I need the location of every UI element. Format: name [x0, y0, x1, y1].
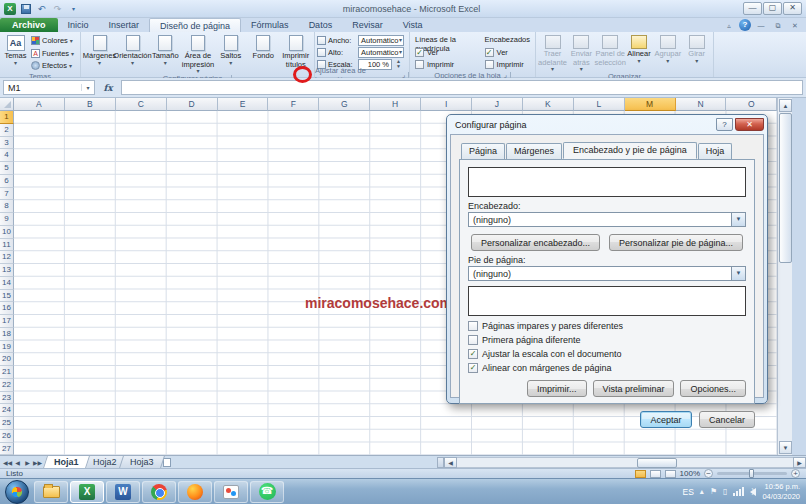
- taskbar-excel-button[interactable]: X: [70, 481, 104, 503]
- minimize-button[interactable]: —: [743, 2, 762, 15]
- column-header-k[interactable]: K: [523, 98, 574, 111]
- scroll-right-icon[interactable]: ▶: [793, 457, 806, 468]
- ribbon-button-margenes[interactable]: Márgenes▾: [83, 34, 116, 66]
- row-header-20[interactable]: 20: [0, 353, 14, 366]
- zoom-slider-thumb[interactable]: [749, 469, 754, 478]
- row-header-5[interactable]: 5: [0, 162, 14, 175]
- row-header-26[interactable]: 26: [0, 430, 14, 443]
- undo-button[interactable]: ↶: [35, 2, 48, 15]
- ribbon-tab-inicio[interactable]: Inicio: [58, 18, 99, 32]
- row-header-11[interactable]: 11: [0, 239, 14, 252]
- customize-qat-button[interactable]: ▾: [67, 2, 80, 15]
- print-button[interactable]: Imprimir...: [527, 380, 587, 397]
- row-header-25[interactable]: 25: [0, 417, 14, 430]
- network-icon[interactable]: [733, 487, 744, 496]
- row-header-12[interactable]: 12: [0, 251, 14, 264]
- start-button[interactable]: [5, 480, 29, 504]
- prev-sheet-icon[interactable]: ◀: [13, 459, 22, 466]
- ribbon-button-tamano[interactable]: Tamaño▾: [149, 34, 182, 66]
- row-header-6[interactable]: 6: [0, 175, 14, 188]
- dialog-title-bar[interactable]: Configurar página ? ✕: [450, 115, 764, 134]
- row-header-13[interactable]: 13: [0, 264, 14, 277]
- ribbon-button-orientacion[interactable]: Orientación▾: [116, 34, 149, 66]
- help-icon[interactable]: ?: [739, 19, 751, 31]
- column-header-f[interactable]: F: [268, 98, 319, 111]
- dialog-tab-pagina[interactable]: Página: [461, 143, 505, 160]
- collapse-ribbon-icon[interactable]: ▵: [722, 20, 736, 31]
- ribbon-tab-revisar[interactable]: Revisar: [342, 18, 393, 32]
- row-header-7[interactable]: 7: [0, 188, 14, 201]
- accept-button[interactable]: Aceptar: [640, 411, 692, 428]
- column-header-j[interactable]: J: [472, 98, 523, 111]
- alto-combo[interactable]: Automático▾: [358, 47, 404, 58]
- cancel-button[interactable]: Cancelar: [699, 411, 755, 428]
- efectos-button[interactable]: Efectos ▾: [31, 60, 74, 71]
- row-header-27[interactable]: 27: [0, 443, 14, 456]
- print-preview-button[interactable]: Vista preliminar: [593, 380, 675, 397]
- row-header-14[interactable]: 14: [0, 277, 14, 290]
- ribbon-button-saltos[interactable]: Saltos▾: [215, 34, 248, 66]
- column-header-e[interactable]: E: [218, 98, 269, 111]
- taskbar-firefox-button[interactable]: [178, 481, 212, 503]
- scroll-left-icon[interactable]: ◀: [444, 457, 457, 468]
- close-button[interactable]: ✕: [783, 2, 802, 15]
- temas-button[interactable]: Aa Temas ▾: [2, 34, 29, 66]
- ribbon-button-area-de-impresion[interactable]: Área de impresión▾: [182, 34, 215, 74]
- zoom-level[interactable]: 100%: [680, 469, 700, 478]
- column-header-o[interactable]: O: [726, 98, 777, 111]
- checkbox-encabezados-ver[interactable]: ✓Ver: [485, 46, 530, 58]
- column-header-d[interactable]: D: [167, 98, 218, 111]
- row-header-4[interactable]: 4: [0, 149, 14, 162]
- row-header-22[interactable]: 22: [0, 379, 14, 392]
- ribbon-tab-insertar[interactable]: Insertar: [99, 18, 150, 32]
- next-sheet-icon[interactable]: ▶: [23, 459, 32, 466]
- horizontal-scroll-track[interactable]: [457, 457, 793, 468]
- row-header-23[interactable]: 23: [0, 392, 14, 405]
- zoom-in-button[interactable]: +: [791, 469, 800, 478]
- ribbon-tab-datos[interactable]: Datos: [299, 18, 343, 32]
- taskbar-word-button[interactable]: W: [106, 481, 140, 503]
- select-all-corner[interactable]: [0, 98, 14, 111]
- volume-icon[interactable]: [750, 488, 756, 496]
- column-header-b[interactable]: B: [65, 98, 116, 111]
- vertical-scroll-thumb[interactable]: [779, 113, 792, 263]
- column-header-h[interactable]: H: [370, 98, 421, 111]
- taskbar-chrome-button[interactable]: [142, 481, 176, 503]
- ribbon-button-imprimir-titulos[interactable]: Imprimir títulos: [280, 34, 313, 70]
- checkbox-lineas-de-la-cuadricula-ver[interactable]: ✓Ver: [415, 46, 479, 58]
- sheet-tab-hoja1[interactable]: Hoja1: [43, 456, 89, 468]
- row-header-21[interactable]: 21: [0, 366, 14, 379]
- ancho-combo[interactable]: Automático▾: [358, 35, 404, 46]
- clock[interactable]: 10:56 p.m. 04/03/2020: [762, 482, 800, 501]
- column-header-a[interactable]: A: [14, 98, 65, 111]
- restore-button[interactable]: ▢: [763, 2, 782, 15]
- checkbox-encabezados-imprimir[interactable]: Imprimir: [485, 58, 530, 70]
- language-indicator[interactable]: ES: [683, 487, 694, 497]
- header-dropdown[interactable]: (ninguno) ▼: [468, 212, 746, 227]
- ribbon-button-alinear[interactable]: Alinear▾: [625, 34, 654, 64]
- column-header-c[interactable]: C: [116, 98, 167, 111]
- page-break-view-button[interactable]: [665, 470, 676, 478]
- ribbon-tab-archivo[interactable]: Archivo: [0, 18, 58, 32]
- checkbox-alinear-con-margenes-de-pagina[interactable]: ✓Alinear con márgenes de página: [468, 362, 746, 373]
- ribbon-tab-formulas[interactable]: Fórmulas: [241, 18, 299, 32]
- row-header-1[interactable]: 1: [0, 111, 14, 124]
- row-header-24[interactable]: 24: [0, 404, 14, 417]
- customize-header-button[interactable]: Personalizar encabezado...: [471, 234, 600, 251]
- ribbon-tab-diseno-de-pagina[interactable]: Diseño de página: [149, 18, 241, 32]
- dialog-tab-hoja[interactable]: Hoja: [698, 143, 733, 160]
- fuentes-button[interactable]: A Fuentes ▾: [31, 48, 74, 59]
- checkbox-primera-pagina-diferente[interactable]: Primera página diferente: [468, 334, 746, 345]
- formula-input[interactable]: [121, 80, 803, 95]
- name-box-dropdown-icon[interactable]: ▾: [81, 84, 94, 91]
- scroll-down-icon[interactable]: ▼: [779, 441, 792, 454]
- customize-footer-button[interactable]: Personalizar pie de página...: [609, 234, 743, 251]
- checkbox-ajustar-la-escala-con-el-documento[interactable]: ✓Ajustar la escala con el documento: [468, 348, 746, 359]
- column-header-g[interactable]: G: [319, 98, 370, 111]
- workbook-restore-icon[interactable]: ⧉: [771, 20, 785, 31]
- colores-button[interactable]: Colores ▾: [31, 35, 74, 46]
- workbook-close-icon[interactable]: ✕: [788, 20, 802, 31]
- vertical-scrollbar[interactable]: ▲ ▼: [777, 98, 792, 455]
- row-header-17[interactable]: 17: [0, 315, 14, 328]
- workbook-minimize-icon[interactable]: —: [754, 20, 768, 31]
